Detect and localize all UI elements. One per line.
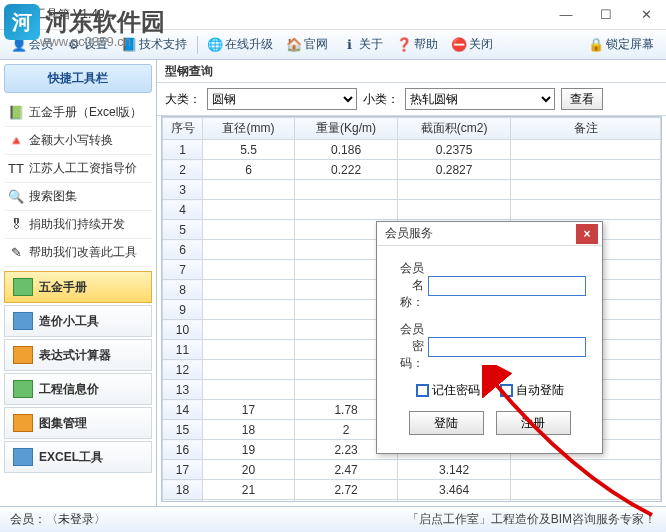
table-row[interactable]: 15.50.1860.2375 bbox=[163, 140, 661, 160]
sidebar-item-feedback[interactable]: ✎帮助我们改善此工具 bbox=[4, 239, 152, 267]
separator bbox=[197, 36, 198, 54]
table-row[interactable]: 4 bbox=[163, 200, 661, 220]
col-header[interactable]: 备注 bbox=[511, 118, 661, 140]
cell: 8 bbox=[163, 280, 203, 300]
tb-upgrade[interactable]: 🌐在线升级 bbox=[202, 33, 279, 56]
cell bbox=[203, 320, 295, 340]
remember-checkbox[interactable]: 记住密码 bbox=[416, 382, 480, 399]
dialog-close-button[interactable]: × bbox=[576, 224, 598, 244]
tb-label: 官网 bbox=[304, 36, 328, 53]
close-window-button[interactable]: ✕ bbox=[626, 0, 666, 28]
sidebar-item-donate[interactable]: 🎖捐助我们持续开发 bbox=[4, 211, 152, 239]
sidebar-nav-hardware-manual[interactable]: 五金手册 bbox=[4, 271, 152, 303]
table-row[interactable]: 17202.473.142 bbox=[163, 460, 661, 480]
view-button[interactable]: 查看 bbox=[561, 88, 603, 110]
cell: 0.2375 bbox=[398, 140, 511, 160]
cell: 18 bbox=[163, 480, 203, 500]
cat2-select[interactable]: 热轧圆钢 bbox=[405, 88, 555, 110]
globe-icon: 🌐 bbox=[208, 38, 222, 52]
cost-tools-icon bbox=[13, 312, 33, 330]
table-row[interactable]: 260.2220.2827 bbox=[163, 160, 661, 180]
tb-lock-screen[interactable]: 🔒锁定屏幕 bbox=[583, 33, 660, 56]
sidebar-item-label: 江苏人工工资指导价 bbox=[29, 160, 137, 177]
maximize-button[interactable]: ☐ bbox=[586, 0, 626, 28]
tb-close[interactable]: ⛔关闭 bbox=[446, 33, 499, 56]
tb-homepage[interactable]: 🏠官网 bbox=[281, 33, 334, 56]
main-panel: 型钢查询 大类： 圆钢 小类： 热轧圆钢 查看 序号直径(mm)重量(Kg/m)… bbox=[157, 60, 666, 506]
donate-icon: 🎖 bbox=[8, 217, 24, 233]
sidebar-nav-list: 五金手册造价小工具表达式计算器工程信息价图集管理EXCEL工具 bbox=[0, 271, 156, 473]
cell bbox=[511, 460, 661, 480]
cell bbox=[511, 200, 661, 220]
cell: 19 bbox=[163, 500, 203, 503]
col-header[interactable]: 直径(mm) bbox=[203, 118, 295, 140]
cell: 13 bbox=[163, 380, 203, 400]
tb-help[interactable]: ❓帮助 bbox=[391, 33, 444, 56]
minimize-button[interactable]: — bbox=[546, 0, 586, 28]
hardware-manual-icon bbox=[13, 278, 33, 296]
cell: 19 bbox=[203, 440, 295, 460]
tb-label: 关于 bbox=[359, 36, 383, 53]
sidebar-nav-label: EXCEL工具 bbox=[39, 449, 103, 466]
autologin-checkbox[interactable]: 自动登陆 bbox=[500, 382, 564, 399]
sidebar-nav-label: 图集管理 bbox=[39, 415, 87, 432]
sidebar-item-amount-convert[interactable]: 🔺金额大小写转换 bbox=[4, 127, 152, 155]
cell bbox=[203, 240, 295, 260]
sidebar-nav-project-price[interactable]: 工程信息价 bbox=[4, 373, 152, 405]
status-right: 「启点工作室」工程造价及BIM咨询服务专家！ bbox=[407, 511, 656, 528]
project-price-icon bbox=[13, 380, 33, 398]
cell bbox=[511, 500, 661, 503]
sidebar-nav-label: 五金手册 bbox=[39, 279, 87, 296]
cell: 16 bbox=[163, 440, 203, 460]
cell bbox=[398, 180, 511, 200]
member-name-input[interactable] bbox=[428, 276, 586, 296]
cell: 3 bbox=[163, 180, 203, 200]
cell: 21 bbox=[203, 480, 295, 500]
cell: 2.72 bbox=[294, 480, 397, 500]
sidebar-nav-expr-calc[interactable]: 表达式计算器 bbox=[4, 339, 152, 371]
filter-bar: 大类： 圆钢 小类： 热轧圆钢 查看 bbox=[157, 83, 666, 116]
sidebar-item-label: 搜索图集 bbox=[29, 188, 77, 205]
cell: 15 bbox=[163, 420, 203, 440]
stop-icon: ⛔ bbox=[452, 38, 466, 52]
sidebar-nav-cost-tools[interactable]: 造价小工具 bbox=[4, 305, 152, 337]
col-header[interactable]: 重量(Kg/m) bbox=[294, 118, 397, 140]
cell: 9 bbox=[163, 300, 203, 320]
login-button[interactable]: 登陆 bbox=[409, 411, 484, 435]
sidebar-nav-label: 工程信息价 bbox=[39, 381, 99, 398]
cell: 7 bbox=[163, 260, 203, 280]
checkbox-icon bbox=[500, 384, 513, 397]
watermark-url: www.pc0359.cn bbox=[40, 34, 131, 49]
cell bbox=[203, 360, 295, 380]
cell bbox=[294, 180, 397, 200]
cell: 3.464 bbox=[398, 480, 511, 500]
status-member-label: 会员： bbox=[10, 511, 46, 528]
col-header[interactable]: 序号 bbox=[163, 118, 203, 140]
table-row[interactable]: 3 bbox=[163, 180, 661, 200]
cell: 2.47 bbox=[294, 460, 397, 480]
cell bbox=[203, 200, 295, 220]
cell: 5 bbox=[163, 220, 203, 240]
cell bbox=[294, 200, 397, 220]
sidebar-item-manual-excel[interactable]: 📗五金手册（Excel版） bbox=[4, 99, 152, 127]
cell bbox=[398, 200, 511, 220]
register-button[interactable]: 注册 bbox=[496, 411, 571, 435]
cell: 18 bbox=[203, 420, 295, 440]
main-title: 型钢查询 bbox=[157, 60, 666, 83]
cat1-select[interactable]: 圆钢 bbox=[207, 88, 357, 110]
sidebar-item-jiangsu-wage[interactable]: TT江苏人工工资指导价 bbox=[4, 155, 152, 183]
feedback-icon: ✎ bbox=[8, 245, 24, 261]
tb-about[interactable]: ℹ关于 bbox=[336, 33, 389, 56]
sidebar-item-search-atlas[interactable]: 🔍搜索图集 bbox=[4, 183, 152, 211]
cell: 6 bbox=[203, 160, 295, 180]
col-header[interactable]: 截面积(cm2) bbox=[398, 118, 511, 140]
table-row[interactable]: 19222.983.801 bbox=[163, 500, 661, 503]
autologin-label: 自动登陆 bbox=[516, 382, 564, 399]
sidebar-nav-excel-tools[interactable]: EXCEL工具 bbox=[4, 441, 152, 473]
cat2-label: 小类： bbox=[363, 91, 399, 108]
sidebar-quick-list: 📗五金手册（Excel版）🔺金额大小写转换TT江苏人工工资指导价🔍搜索图集🎖捐助… bbox=[0, 97, 156, 269]
tb-label: 在线升级 bbox=[225, 36, 273, 53]
member-pwd-input[interactable] bbox=[428, 337, 586, 357]
sidebar-nav-atlas-mgmt[interactable]: 图集管理 bbox=[4, 407, 152, 439]
table-row[interactable]: 18212.723.464 bbox=[163, 480, 661, 500]
